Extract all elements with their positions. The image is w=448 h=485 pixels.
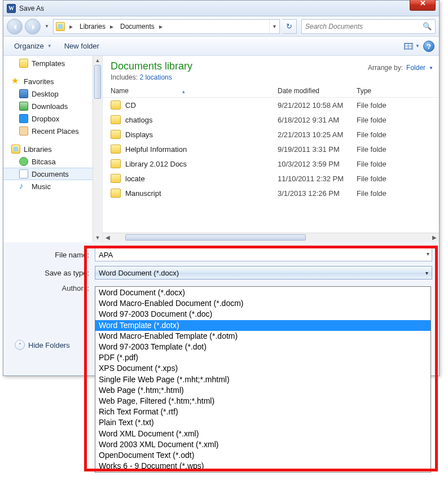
close-button[interactable]: ✕	[410, 0, 436, 11]
column-date[interactable]: Date modified	[278, 87, 357, 95]
column-name[interactable]: Name ▲	[111, 87, 278, 95]
horizontal-scrollbar[interactable]	[103, 233, 439, 242]
sidebar-item-label: Favorites	[24, 77, 54, 86]
sidebar-item-dropbox[interactable]: Dropbox	[3, 112, 102, 125]
breadcrumb-bar[interactable]: ▸ Libraries ▸ Documents ▸ ▾	[53, 19, 280, 34]
column-type[interactable]: Type	[357, 87, 439, 95]
file-type-option[interactable]: Web Page, Filtered (*.htm;*.html)	[95, 396, 431, 407]
nav-forward-button[interactable]	[25, 19, 41, 34]
scroll-up-icon[interactable]	[93, 56, 102, 65]
file-type-option[interactable]: PDF (*.pdf)	[95, 352, 431, 363]
breadcrumb-dropdown[interactable]: ▾	[269, 20, 279, 33]
search-input[interactable]	[305, 23, 423, 30]
search-box[interactable]: 🔍	[301, 19, 436, 34]
file-type-option[interactable]: XPS Document (*.xps)	[95, 363, 431, 374]
folder-icon	[111, 159, 121, 168]
save-as-type-value: Word Document (*.docx)	[99, 269, 179, 277]
file-type-option[interactable]: Word 97-2003 Document (*.doc)	[95, 309, 431, 320]
help-button[interactable]: ?	[423, 41, 434, 52]
file-type-option[interactable]: Word 2003 XML Document (*.xml)	[95, 439, 431, 450]
sidebar-item-templates[interactable]: Templates	[3, 57, 102, 69]
sidebar-group-favorites[interactable]: Favorites	[3, 75, 102, 88]
nav-back-button[interactable]	[7, 19, 23, 34]
scroll-thumb[interactable]	[94, 65, 101, 99]
sidebar-scrollbar[interactable]	[93, 56, 102, 242]
chevron-down-icon[interactable]: ▾	[427, 251, 429, 257]
file-type: File folde	[357, 130, 386, 139]
arrange-by-value[interactable]: Folder	[406, 64, 425, 72]
file-type: File folde	[357, 174, 386, 183]
organize-button[interactable]: Organize ▼	[8, 39, 58, 54]
chevron-down-icon: ▼	[415, 43, 420, 49]
breadcrumb-libraries[interactable]: Libraries	[75, 20, 108, 33]
toolbar: Organize ▼ New folder ▼ ?	[3, 37, 439, 56]
file-type-option[interactable]: Rich Text Format (*.rtf)	[95, 407, 431, 417]
view-options-button[interactable]: ▼	[404, 43, 420, 50]
file-type-option[interactable]: Word XML Document (*.xml)	[95, 429, 431, 439]
sidebar-item-label: Music	[32, 182, 51, 191]
file-type-option[interactable]: Word Template (*.dotx)	[95, 320, 431, 331]
sidebar-item-bitcasa[interactable]: Bitcasa	[3, 155, 102, 168]
scroll-right-icon[interactable]	[429, 233, 439, 242]
file-date: 3/1/2013 12:26 PM	[278, 189, 357, 198]
file-type-option[interactable]: Word Macro-Enabled Document (*.docm)	[95, 298, 431, 309]
file-type: File folde	[357, 160, 386, 168]
nav-row: ▼ ▸ Libraries ▸ Documents ▸ ▾ ↻ 🔍	[3, 16, 439, 37]
chevron-down-icon: ▼	[47, 43, 52, 49]
new-folder-label: New folder	[64, 42, 99, 50]
file-type-option[interactable]: Single File Web Page (*.mht;*.mhtml)	[95, 374, 431, 385]
file-row[interactable]: Helpful Information9/19/2011 3:31 PMFile…	[103, 142, 439, 156]
file-type-option[interactable]: OpenDocument Text (*.odt)	[95, 450, 431, 461]
breadcrumb-documents[interactable]: Documents	[116, 20, 157, 33]
file-name: chatlogs	[125, 116, 278, 124]
file-type-option[interactable]: Word 97-2003 Template (*.dot)	[95, 342, 431, 352]
chevron-down-icon[interactable]: ▾	[425, 270, 428, 276]
sidebar-item-desktop[interactable]: Desktop	[3, 88, 102, 100]
file-row[interactable]: chatlogs6/18/2012 9:31 AMFile folde	[103, 112, 439, 127]
file-name: Manuscript	[125, 189, 278, 198]
sidebar-item-label: Documents	[32, 170, 69, 178]
file-name: CD	[125, 101, 278, 110]
titlebar: W Save As ✕	[3, 1, 439, 16]
sidebar-item-recent-places[interactable]: Recent Places	[3, 125, 102, 137]
dialog-body: Templates Favorites Desktop Downloads Dr…	[3, 56, 439, 242]
file-row[interactable]: locate11/10/2011 2:32 PMFile folde	[103, 171, 439, 186]
file-row[interactable]: Manuscript3/1/2013 12:26 PMFile folde	[103, 186, 439, 200]
file-type-option[interactable]: Word Document (*.docx)	[95, 287, 431, 298]
sidebar-item-downloads[interactable]: Downloads	[3, 100, 102, 112]
filename-input[interactable]: APA ▾	[95, 248, 432, 261]
file-type-option[interactable]: Works 6 - 9 Document (*.wps)	[95, 461, 431, 471]
sidebar-item-documents[interactable]: Documents	[3, 168, 102, 180]
save-as-type-dropdown-list[interactable]: Word Document (*.docx)Word Macro-Enabled…	[95, 286, 431, 473]
scroll-thumb[interactable]	[125, 234, 306, 241]
sidebar-item-music[interactable]: Music	[3, 180, 102, 193]
file-date: 6/18/2012 9:31 AM	[278, 116, 357, 124]
libraries-icon	[11, 145, 20, 154]
music-icon	[19, 182, 28, 191]
library-locations-link[interactable]: 2 locations	[139, 73, 172, 81]
file-name: Helpful Information	[125, 145, 278, 154]
folder-icon	[111, 189, 121, 198]
new-folder-button[interactable]: New folder	[58, 39, 106, 54]
sidebar-item-label: Libraries	[24, 145, 52, 154]
file-type-option[interactable]: Word Macro-Enabled Template (*.dotm)	[95, 331, 431, 342]
file-row[interactable]: Displays2/21/2013 10:25 AMFile folde	[103, 127, 439, 142]
save-as-type-combo[interactable]: Word Document (*.docx) ▾	[95, 266, 432, 279]
file-type-option[interactable]: Plain Text (*.txt)	[95, 417, 431, 428]
file-row[interactable]: CD9/21/2012 10:58 AMFile folde	[103, 98, 439, 112]
nav-history-dropdown[interactable]: ▼	[43, 20, 51, 33]
bitcasa-icon	[19, 157, 28, 166]
chevron-down-icon[interactable]: ▼	[429, 65, 433, 71]
scroll-down-icon[interactable]	[93, 233, 102, 242]
refresh-button[interactable]: ↻	[282, 19, 297, 34]
file-type-option[interactable]: Web Page (*.htm;*.html)	[95, 385, 431, 396]
scroll-left-icon[interactable]	[103, 233, 112, 242]
organize-label: Organize	[14, 42, 44, 50]
sidebar-group-libraries[interactable]: Libraries	[3, 143, 102, 155]
file-row[interactable]: Library 2.012 Docs10/3/2012 3:59 PMFile …	[103, 156, 439, 171]
save-as-type-label: Save as type:	[10, 269, 95, 277]
sidebar-item-label: Recent Places	[32, 127, 79, 136]
file-date: 9/19/2011 3:31 PM	[278, 145, 357, 154]
chevron-up-icon: ˄	[15, 340, 25, 350]
folder-icon	[111, 115, 121, 124]
